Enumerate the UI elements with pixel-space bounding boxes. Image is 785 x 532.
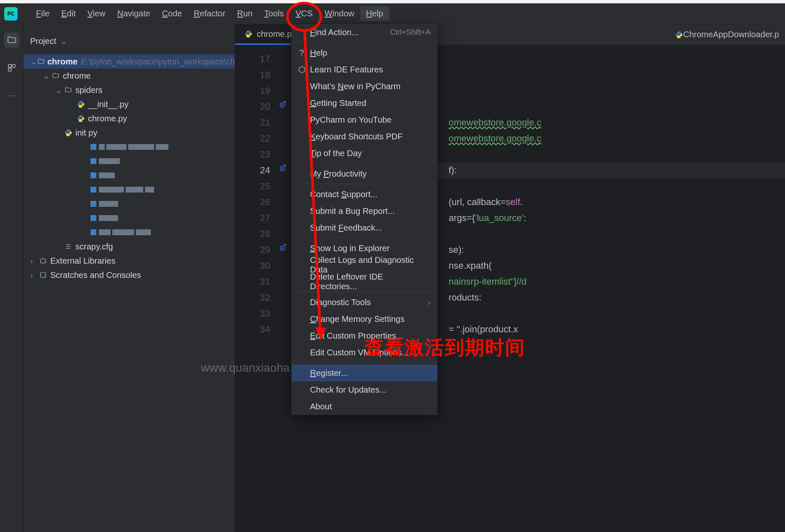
override-marker-icon[interactable] <box>279 100 287 109</box>
tree-external-libraries[interactable]: ›External Libraries <box>23 254 235 268</box>
help-menu-diagnostic-tools[interactable]: Diagnostic Tools› <box>292 294 437 311</box>
menu-separator <box>292 238 437 238</box>
menu-separator <box>292 42 437 43</box>
tree-folder-chrome[interactable]: ⌄chrome <box>23 69 235 83</box>
help-menu-learn-ide-features[interactable]: ⬡Learn IDE Features <box>292 61 437 78</box>
tree-scratches[interactable]: ›Scratches and Consoles <box>23 268 235 282</box>
help-menu-my-productivity[interactable]: My Productivity <box>292 165 437 182</box>
gutter-line-number[interactable]: 27 <box>235 210 284 226</box>
override-marker-icon[interactable] <box>279 244 287 252</box>
svg-point-14 <box>247 31 248 32</box>
help-menu-find-action[interactable]: Find Action...Ctrl+Shift+A <box>292 24 437 41</box>
help-menu-show-log-in-explorer[interactable]: Show Log in Explorer <box>292 240 437 257</box>
svg-point-5 <box>80 116 80 117</box>
tree-folder-spiders[interactable]: ⌄spiders <box>23 83 235 97</box>
menu-refactor[interactable]: Refactor <box>188 6 231 21</box>
tree-file-scrapy-cfg[interactable]: scrapy.cfg <box>23 239 235 254</box>
menu-item-label: Check for Updates... <box>310 385 386 395</box>
gutter-line-number[interactable]: 33 <box>235 306 284 321</box>
tree-censored-item[interactable] <box>23 168 235 182</box>
gutter-line-number[interactable]: 34 <box>235 321 284 337</box>
gutter-line-number[interactable]: 20 <box>235 99 284 115</box>
help-menu-about[interactable]: About <box>292 398 437 415</box>
tree-censored-item[interactable] <box>23 182 235 197</box>
tree-censored-item[interactable] <box>23 197 235 211</box>
tree-censored-item[interactable] <box>23 140 235 154</box>
menu-code[interactable]: Code <box>156 6 188 21</box>
tree-censored-item[interactable] <box>23 225 235 239</box>
project-tool-button[interactable] <box>4 33 19 48</box>
gutter-line-number[interactable]: 31 <box>235 274 284 290</box>
menu-tools[interactable]: Tools <box>258 6 290 21</box>
svg-point-6 <box>82 121 83 121</box>
gutter-line-number[interactable]: 17 <box>235 51 284 67</box>
gutter-line-number[interactable]: 21 <box>235 115 284 131</box>
help-menu-keyboard-shortcuts-pdf[interactable]: Keyboard Shortcuts PDF <box>292 128 437 145</box>
help-menu-change-memory-settings[interactable]: Change Memory Settings <box>292 311 437 327</box>
python-file-icon <box>244 30 253 38</box>
gutter-line-number[interactable]: 23 <box>235 146 284 162</box>
menu-file[interactable]: File <box>30 6 55 21</box>
override-marker-icon[interactable] <box>279 164 287 172</box>
gutter-line-number[interactable]: 28 <box>235 226 284 242</box>
menu-item-label: Getting Started <box>310 98 367 108</box>
svg-point-8 <box>69 135 70 136</box>
tree-censored-item[interactable] <box>23 211 235 225</box>
menu-item-label: Submit a Bug Report... <box>310 206 395 216</box>
gutter-line-number[interactable]: 32 <box>235 290 284 306</box>
menu-navigate[interactable]: Navigate <box>111 6 156 21</box>
tree-file-init   py[interactable]: init py <box>23 126 235 140</box>
svg-point-3 <box>80 102 80 103</box>
menu-run[interactable]: Run <box>231 6 258 21</box>
menu-help[interactable]: Help <box>360 6 389 21</box>
help-menu-tip-of-the-day[interactable]: Tip of the Day <box>292 145 437 162</box>
svg-point-13 <box>44 276 46 278</box>
help-menu-help[interactable]: ?Help <box>292 44 437 61</box>
menu-item-label: Register... <box>310 368 348 378</box>
menu-view[interactable]: View <box>82 6 111 21</box>
menu-item-label: Delete Leftover IDE Directories... <box>310 272 431 291</box>
menu-item-label: PyCharm on YouTube <box>310 115 392 125</box>
help-menu-submit-a-bug-report[interactable]: Submit a Bug Report... <box>292 203 437 219</box>
python-file-icon <box>675 31 683 39</box>
gutter-line-number[interactable]: 25 <box>235 178 284 194</box>
menu-item-label: Edit Custom Properties... <box>310 331 403 341</box>
gutter-line-number[interactable]: 19 <box>235 83 284 99</box>
menu-item-label: Edit Custom VM Options... <box>310 348 409 357</box>
gutter-line-number[interactable]: 30 <box>235 258 284 274</box>
menu-edit[interactable]: Edit <box>55 6 81 21</box>
help-menu-check-for-updates[interactable]: Check for Updates... <box>292 381 437 398</box>
tree-file-__init__.py[interactable]: __init__.py <box>23 97 235 111</box>
more-tool-button[interactable]: ⋯ <box>4 88 19 103</box>
help-menu-register[interactable]: Register... <box>292 365 437 381</box>
structure-tool-button[interactable] <box>4 60 19 75</box>
help-menu-submit-feedback[interactable]: Submit Feedback... <box>292 219 437 236</box>
gutter-line-number[interactable]: 18 <box>235 67 284 83</box>
help-menu-pycharm-on-youtube[interactable]: PyCharm on YouTube <box>292 111 437 128</box>
tree-censored-item[interactable] <box>23 154 235 168</box>
menu-vcs[interactable]: VCS <box>290 6 319 21</box>
gutter[interactable]: 171819202122232425262728293031323334 <box>235 45 289 532</box>
help-menu-edit-custom-properties[interactable]: Edit Custom Properties... <box>292 327 437 344</box>
project-panel-header[interactable]: Project ⌄ <box>23 32 235 50</box>
menubar: PC FileEditViewNavigateCodeRefactorRunTo… <box>0 3 785 24</box>
gutter-line-number[interactable]: 24 <box>235 162 284 178</box>
help-menu-edit-custom-vm-options[interactable]: Edit Custom VM Options... <box>292 344 437 361</box>
app-logo-icon: PC <box>4 7 18 21</box>
menu-item-label: About <box>310 402 332 411</box>
project-tree[interactable]: ⌄chromeE:\pyton_workspace\pyton_workspac… <box>23 50 235 286</box>
svg-rect-2 <box>8 68 11 71</box>
tree-root[interactable]: ⌄chromeE:\pyton_workspace\pyton_workspac… <box>23 54 235 69</box>
help-menu-contact-support[interactable]: Contact Support... <box>292 186 437 203</box>
tree-file-chrome.py[interactable]: chrome.py <box>23 111 235 126</box>
gutter-line-number[interactable]: 29 <box>235 242 284 258</box>
tab-chrome-app-downloader[interactable]: ChromeAppDownloader.p <box>669 24 785 45</box>
help-menu-getting-started[interactable]: Getting Started <box>292 95 437 111</box>
help-menu-collect-logs-and-diagnostic-data[interactable]: Collect Logs and Diagnostic Data <box>292 257 437 273</box>
help-menu-what-s-new-in-pycharm[interactable]: What's New in PyCharm <box>292 78 437 95</box>
gutter-line-number[interactable]: 26 <box>235 194 284 210</box>
menu-separator <box>292 362 437 363</box>
help-menu-delete-leftover-ide-directories[interactable]: Delete Leftover IDE Directories... <box>292 273 437 290</box>
gutter-line-number[interactable]: 22 <box>235 131 284 146</box>
menu-window[interactable]: Window <box>319 6 360 21</box>
